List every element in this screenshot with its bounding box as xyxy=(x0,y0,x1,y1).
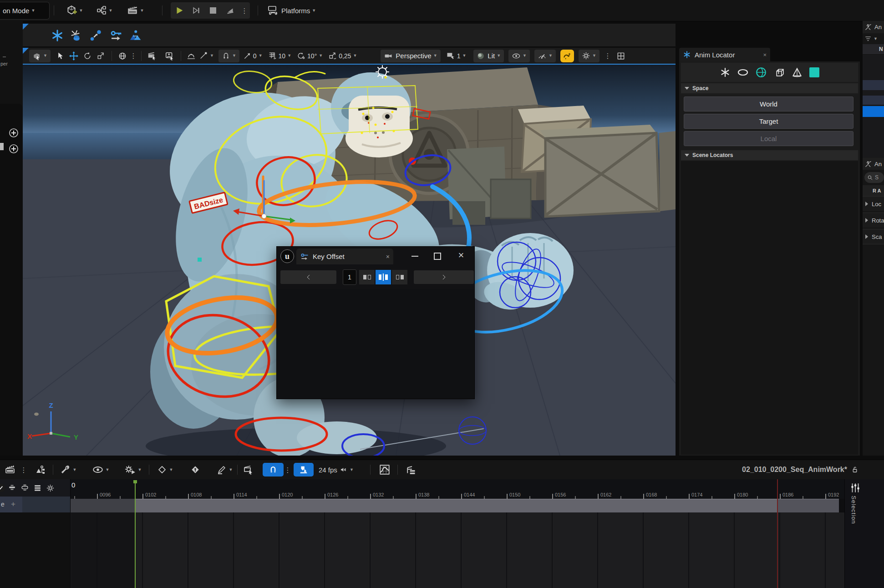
rotation-snap-value-dropdown[interactable]: 10° ▼ xyxy=(297,51,323,60)
property-row-rotation[interactable]: Rota xyxy=(863,213,884,228)
snapping-toggle-on[interactable] xyxy=(263,463,284,476)
keyframe-options-dropdown[interactable]: ▼ xyxy=(154,463,176,476)
editor-mode-dropdown[interactable]: on Mode ▼ xyxy=(0,2,50,20)
scale-snap-dropdown[interactable]: 0,25 ▼ xyxy=(328,51,357,60)
playback-options-dropdown[interactable]: ▼ xyxy=(120,463,146,476)
window-close-icon[interactable]: × xyxy=(455,249,467,261)
rotate-tool-button[interactable] xyxy=(81,49,94,63)
view-mode-dropdown[interactable]: Lit ▼ xyxy=(473,50,504,62)
next-key-button[interactable] xyxy=(414,270,474,284)
timeline-playhead[interactable] xyxy=(135,480,136,588)
viewport-settings-dropdown[interactable]: ▼ xyxy=(579,50,599,62)
view-options-dropdown[interactable]: ▼ xyxy=(89,463,112,476)
expand-triangle-icon[interactable] xyxy=(865,202,868,206)
anim-scene-tool-button[interactable] xyxy=(127,28,143,43)
cube-shape-button[interactable] xyxy=(773,67,785,78)
range-bar-segment[interactable] xyxy=(135,499,777,512)
expand-triangle-icon[interactable] xyxy=(865,218,868,223)
outliner-row[interactable] xyxy=(863,90,884,96)
vertex-snap-dropdown[interactable]: ▼ xyxy=(198,49,216,63)
world-outliner-button[interactable] xyxy=(31,463,49,476)
key-offset-window[interactable]: u Key Offset × × 1 xyxy=(276,246,475,399)
curve-editor-button[interactable] xyxy=(376,463,393,476)
auto-key-warning-button[interactable] xyxy=(560,50,574,62)
teal-rig-dot[interactable] xyxy=(198,258,202,262)
frame-tracks-button[interactable] xyxy=(18,482,31,494)
key-offset-tab[interactable]: Key Offset × xyxy=(296,248,393,264)
marked-frame-dropdown[interactable]: ▼ xyxy=(213,463,236,476)
snap-options-kebab[interactable]: ⋮ xyxy=(285,464,290,476)
frame-offset-input[interactable]: 1 xyxy=(343,269,356,285)
screen-percentage-dropdown[interactable]: 1 ▼ xyxy=(446,51,467,61)
space-world-button[interactable]: World xyxy=(684,96,854,112)
track-row-header[interactable]: e + xyxy=(0,497,71,512)
sequencer-menu-button[interactable] xyxy=(2,464,18,476)
play-options-kebab[interactable]: ⋮ xyxy=(241,7,248,14)
tab-close-icon[interactable]: × xyxy=(386,253,390,260)
platforms-dropdown[interactable]: Platforms ▼ xyxy=(267,4,316,17)
performance-dropdown[interactable]: ▼ xyxy=(534,50,556,62)
fps-dropdown[interactable]: 24 fps ▼ xyxy=(319,464,354,476)
cone-shape-button[interactable] xyxy=(791,66,803,78)
blueprints-button[interactable]: ▼ xyxy=(95,4,114,17)
tab-close-icon[interactable]: × xyxy=(763,51,767,58)
outliner-row-selected[interactable] xyxy=(863,106,884,117)
align-right-segment[interactable] xyxy=(392,270,407,284)
clipped-details-tab[interactable]: An xyxy=(863,158,884,170)
filter-check-button[interactable] xyxy=(0,482,5,494)
property-row-scale[interactable]: Sca xyxy=(863,229,884,244)
actor-select-button[interactable] xyxy=(163,49,177,63)
align-left-segment[interactable] xyxy=(359,270,375,284)
quad-view-button[interactable] xyxy=(614,49,628,63)
range-bar-pre-segment[interactable] xyxy=(71,499,135,512)
camera-cut-lock-button[interactable] xyxy=(241,463,257,476)
shot-track-button[interactable] xyxy=(403,463,421,476)
stop-button[interactable] xyxy=(207,4,219,17)
sequencer-settings-dropdown[interactable]: ▼ xyxy=(58,463,79,476)
add-circle-button[interactable] xyxy=(8,127,19,138)
timeline-track-area[interactable] xyxy=(0,512,884,588)
auto-key-button[interactable] xyxy=(188,463,203,476)
anim-locator-tool-button[interactable] xyxy=(50,28,65,43)
playhead-handle[interactable] xyxy=(133,480,137,483)
search-input[interactable]: S xyxy=(864,172,884,183)
selection-side-tab[interactable]: Selection xyxy=(844,479,884,588)
show-flags-dropdown[interactable]: ▼ xyxy=(508,50,530,62)
lock-open-icon[interactable] xyxy=(851,466,859,474)
play-button[interactable] xyxy=(173,4,186,17)
viewport-options-kebab[interactable]: ⋮ xyxy=(603,49,612,63)
sequencer-options-kebab[interactable]: ⋮ xyxy=(20,464,27,476)
expand-triangle-icon[interactable] xyxy=(865,234,868,239)
world-space-toggle[interactable] xyxy=(116,49,129,63)
scale-tool-button[interactable] xyxy=(94,49,108,63)
transform-options-kebab[interactable]: ⋮ xyxy=(129,49,137,63)
property-row-location[interactable]: Loc xyxy=(863,196,884,211)
move-tool-button[interactable] xyxy=(67,49,81,63)
outliner-filter-row[interactable]: ▼ xyxy=(863,33,884,44)
stack-tracks-button[interactable] xyxy=(31,482,44,494)
ellipse-shape-button[interactable] xyxy=(737,67,749,78)
camera-perspective-dropdown[interactable]: Perspective ▼ xyxy=(381,50,440,62)
eject-button[interactable] xyxy=(224,4,237,17)
range-bar-post-segment[interactable] xyxy=(777,499,839,512)
outliner-row[interactable] xyxy=(863,96,884,105)
playhead-snap-toggle-on[interactable] xyxy=(294,463,314,476)
pose-select-tool-button[interactable] xyxy=(69,28,84,43)
outliner-row[interactable] xyxy=(863,117,884,158)
add-actor-button[interactable]: ▼ xyxy=(65,4,84,17)
space-section-header[interactable]: Space xyxy=(681,83,858,93)
add-track-button[interactable]: + xyxy=(11,500,15,509)
timeline-ruler[interactable]: 0 00960102010801140120012601320138014401… xyxy=(71,479,844,499)
frame-skip-button[interactable] xyxy=(190,4,203,17)
add-circle-button[interactable] xyxy=(8,143,19,154)
key-offset-tool-button[interactable] xyxy=(109,28,123,43)
rotation-snap-toggle[interactable]: ▼ xyxy=(218,50,239,62)
outliner-row[interactable] xyxy=(863,80,884,90)
transform-selector-dropdown[interactable]: ▼ xyxy=(29,50,51,62)
sphere-shape-button-selected[interactable] xyxy=(755,66,767,78)
minimize-button[interactable] xyxy=(409,250,421,262)
track-settings-button[interactable] xyxy=(44,482,56,494)
space-target-button[interactable]: Target xyxy=(684,114,854,129)
cinematics-button[interactable]: ▼ xyxy=(125,4,146,17)
grid-snap-dropdown[interactable]: 10 ▼ xyxy=(268,51,292,60)
